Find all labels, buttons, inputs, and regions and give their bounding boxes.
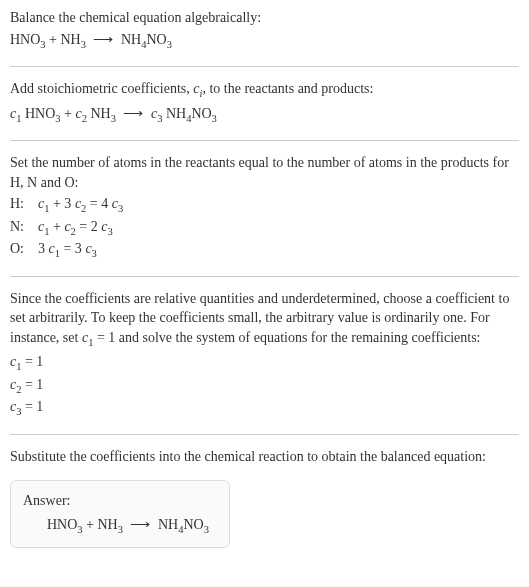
atom-balance-table: H: c1 + 3 c2 = 4 c3 N: c1 + c2 = 2 c3 O:… (10, 194, 519, 261)
unbalanced-equation: HNO3 + NH3 ⟶ NH4NO3 (10, 30, 519, 52)
coeff-intro-text: Add stoichiometric coefficients, ci, to … (10, 79, 519, 101)
section-solve: Since the coefficients are relative quan… (10, 289, 519, 420)
coefficient-equation: c1 HNO3 + c2 NH3 ⟶ c3 NH4NO3 (10, 104, 519, 126)
section-balance-intro: Balance the chemical equation algebraica… (10, 8, 519, 52)
divider (10, 276, 519, 277)
divider (10, 140, 519, 141)
coeff-c2: c2 = 1 (10, 375, 519, 397)
species-hno3: HNO3 (47, 517, 83, 532)
species-nh4no3: NH4NO3 (121, 32, 172, 47)
atom-balance-text: Set the number of atoms in the reactants… (10, 153, 519, 192)
species-hno3: HNO3 (10, 32, 46, 47)
reaction-arrow: ⟶ (93, 30, 113, 50)
atom-row-o: O: 3 c1 = 3 c3 (10, 239, 519, 261)
divider (10, 66, 519, 67)
species-nh3: NH3 (98, 517, 123, 532)
reaction-arrow: ⟶ (123, 104, 143, 124)
solve-text: Since the coefficients are relative quan… (10, 289, 519, 351)
section-coefficients: Add stoichiometric coefficients, ci, to … (10, 79, 519, 126)
coeff-c1: c1 = 1 (10, 352, 519, 374)
section-substitute: Substitute the coefficients into the che… (10, 447, 519, 467)
answer-label: Answer: (23, 491, 217, 511)
answer-box: Answer: HNO3 + NH3 ⟶ NH4NO3 (10, 480, 230, 548)
reaction-arrow: ⟶ (130, 515, 150, 535)
atom-row-h: H: c1 + 3 c2 = 4 c3 (10, 194, 519, 216)
substitute-text: Substitute the coefficients into the che… (10, 447, 519, 467)
atom-row-n: N: c1 + c2 = 2 c3 (10, 217, 519, 239)
divider (10, 434, 519, 435)
section-atom-balance: Set the number of atoms in the reactants… (10, 153, 519, 262)
species-nh4no3: NH4NO3 (158, 517, 209, 532)
intro-text: Balance the chemical equation algebraica… (10, 8, 519, 28)
coefficient-values: c1 = 1 c2 = 1 c3 = 1 (10, 352, 519, 419)
balanced-equation: HNO3 + NH3 ⟶ NH4NO3 (23, 515, 217, 537)
coeff-c3: c3 = 1 (10, 397, 519, 419)
species-nh3: NH3 (61, 32, 86, 47)
